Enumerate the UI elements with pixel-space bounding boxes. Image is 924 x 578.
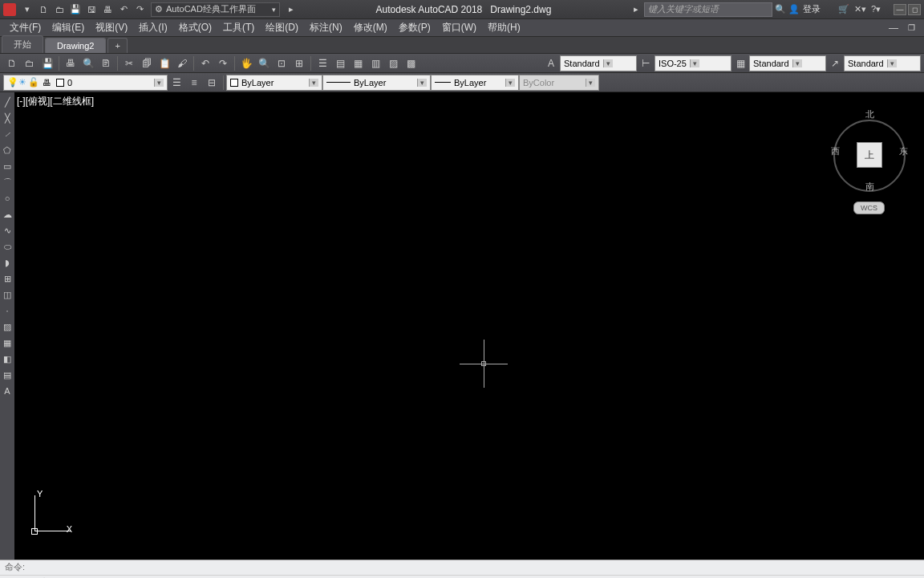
spline-icon[interactable]: ∿: [1, 223, 14, 238]
quickcalc-icon[interactable]: ▩: [403, 55, 419, 71]
cart-icon[interactable]: 🛒: [837, 2, 851, 17]
ellipse-icon[interactable]: ⬭: [1, 239, 14, 254]
text-style-icon[interactable]: A: [543, 55, 559, 71]
arc-icon[interactable]: ⌒: [1, 175, 14, 189]
viewcube[interactable]: 北 南 西 东 上 WCS: [829, 100, 910, 205]
model-viewport[interactable]: [-][俯视][二维线框] Y X 北 南 西 东 上 WCS: [14, 92, 924, 560]
qat-share-icon[interactable]: ▸: [284, 2, 298, 17]
exchange-icon[interactable]: ✕▾: [853, 2, 867, 17]
viewport-label[interactable]: [-][俯视][二维线框]: [17, 95, 94, 108]
copy-icon[interactable]: 🗐: [139, 55, 155, 71]
qat-open-icon[interactable]: 🗀: [52, 2, 67, 17]
layer-states-icon[interactable]: ⊟: [204, 75, 220, 91]
dim-style-icon[interactable]: ⊢: [638, 55, 654, 71]
command-input[interactable]: ▴ ▾ 键入命令: [0, 575, 924, 578]
tab-drawing2[interactable]: Drawing2: [45, 38, 106, 53]
menu-view[interactable]: 视图(V): [91, 19, 132, 36]
pan-icon[interactable]: 🖐: [238, 55, 254, 71]
match-icon[interactable]: 🖌: [174, 55, 190, 71]
table-style-dropdown[interactable]: Standard▾: [749, 55, 826, 71]
xline-icon[interactable]: ╳: [1, 111, 14, 125]
doc-minimize-button[interactable]: —: [886, 21, 901, 35]
dim-style-dropdown[interactable]: ISO-25▾: [654, 55, 732, 71]
block-icon[interactable]: ◫: [1, 287, 14, 302]
mleader-style-dropdown[interactable]: Standard▾: [844, 55, 921, 71]
open-icon[interactable]: 🗀: [22, 55, 38, 71]
tab-add-button[interactable]: +: [107, 38, 127, 53]
viewcube-south[interactable]: 南: [865, 181, 874, 193]
rect-icon[interactable]: ▭: [1, 159, 14, 173]
text-style-dropdown[interactable]: Standard▾: [560, 55, 637, 71]
properties-icon[interactable]: ☰: [314, 55, 330, 71]
calc-icon[interactable]: ▥: [367, 55, 383, 71]
viewcube-east[interactable]: 东: [899, 145, 908, 157]
paste-icon[interactable]: 📋: [156, 55, 172, 71]
plot-style-dropdown[interactable]: ByColor▾: [519, 75, 599, 91]
qat-plot-icon[interactable]: 🖶: [100, 2, 115, 17]
menu-tools[interactable]: 工具(T): [218, 19, 259, 36]
menu-insert[interactable]: 插入(I): [134, 19, 172, 36]
zoom-window-icon[interactable]: ⊡: [274, 55, 290, 71]
menu-parametric[interactable]: 参数(P): [394, 19, 436, 36]
mtext-icon[interactable]: A: [1, 384, 14, 398]
line-icon[interactable]: ╱: [1, 95, 14, 109]
linetype-dropdown[interactable]: ByLayer▾: [322, 75, 431, 91]
menu-edit[interactable]: 编辑(E): [47, 19, 89, 36]
markup-icon[interactable]: ▨: [385, 55, 401, 71]
save-icon[interactable]: 💾: [39, 55, 55, 71]
menu-format[interactable]: 格式(O): [174, 19, 217, 36]
sign-in-button[interactable]: 👤 登录: [788, 3, 821, 15]
preview-icon[interactable]: 🔍: [80, 55, 96, 71]
minimize-button[interactable]: —: [894, 4, 906, 15]
ellipse-arc-icon[interactable]: ◗: [1, 255, 14, 270]
table-icon[interactable]: ▤: [1, 368, 14, 382]
qat-save-icon[interactable]: 💾: [68, 2, 83, 17]
menu-modify[interactable]: 修改(M): [349, 19, 392, 36]
layer-manager-icon[interactable]: ☰: [168, 75, 184, 91]
viewcube-north[interactable]: 北: [865, 108, 874, 120]
menu-file[interactable]: 文件(F): [5, 19, 46, 36]
table-style-icon[interactable]: ▦: [732, 55, 748, 71]
zoom-icon[interactable]: 🔍: [256, 55, 272, 71]
gradient-icon[interactable]: ▦: [1, 336, 14, 350]
pline-icon[interactable]: ⟋: [1, 127, 14, 141]
layer-prev-icon[interactable]: ≡: [186, 75, 202, 91]
workspace-selector[interactable]: ⚙ AutoCAD经典工作界面 ▾: [151, 2, 280, 17]
bylayer-color-dropdown[interactable]: ByLayer▾: [226, 75, 322, 91]
qat-undo-icon[interactable]: ↶: [116, 2, 131, 17]
viewcube-west[interactable]: 西: [831, 145, 840, 157]
redo-icon[interactable]: ↷: [215, 55, 231, 71]
search-input[interactable]: 键入关键字或短语: [644, 2, 772, 17]
maximize-button[interactable]: ◻: [908, 4, 921, 15]
menu-help[interactable]: 帮助(H): [483, 19, 525, 36]
viewcube-top[interactable]: 上: [857, 142, 882, 168]
search-icon[interactable]: 🔍: [773, 2, 788, 17]
tool-palette-icon[interactable]: ▦: [350, 55, 366, 71]
polygon-icon[interactable]: ⬠: [1, 143, 14, 157]
publish-icon[interactable]: 🖹: [98, 55, 114, 71]
qat-saveas-icon[interactable]: 🖫: [84, 2, 99, 17]
qat-new-icon[interactable]: ▾: [20, 2, 34, 17]
qat-new-icon[interactable]: 🗋: [36, 2, 51, 17]
layer-dropdown[interactable]: 💡☀🔓🖶 0 ▾: [3, 75, 168, 91]
viewcube-wcs[interactable]: WCS: [853, 201, 885, 214]
title-arrow-icon[interactable]: ▸: [629, 2, 643, 17]
region-icon[interactable]: ◧: [1, 352, 14, 366]
doc-restore-button[interactable]: ❐: [904, 21, 918, 35]
qat-redo-icon[interactable]: ↷: [132, 2, 147, 17]
mleader-style-icon[interactable]: ↗: [827, 55, 843, 71]
tab-start[interactable]: 开始: [2, 35, 43, 53]
new-icon[interactable]: 🗋: [4, 55, 20, 71]
menu-window[interactable]: 窗口(W): [437, 19, 481, 36]
help-icon[interactable]: ?▾: [869, 2, 883, 17]
menu-draw[interactable]: 绘图(D): [261, 19, 303, 36]
zoom-prev-icon[interactable]: ⊞: [291, 55, 307, 71]
cut-icon[interactable]: ✂: [121, 55, 137, 71]
insert-icon[interactable]: ⊞: [1, 271, 14, 286]
point-icon[interactable]: ·: [1, 303, 14, 318]
plot-icon[interactable]: 🖶: [63, 55, 79, 71]
app-icon[interactable]: [3, 3, 16, 16]
revcloud-icon[interactable]: ☁: [1, 207, 14, 222]
lineweight-dropdown[interactable]: ByLayer▾: [431, 75, 519, 91]
sheet-set-icon[interactable]: ▤: [332, 55, 348, 71]
